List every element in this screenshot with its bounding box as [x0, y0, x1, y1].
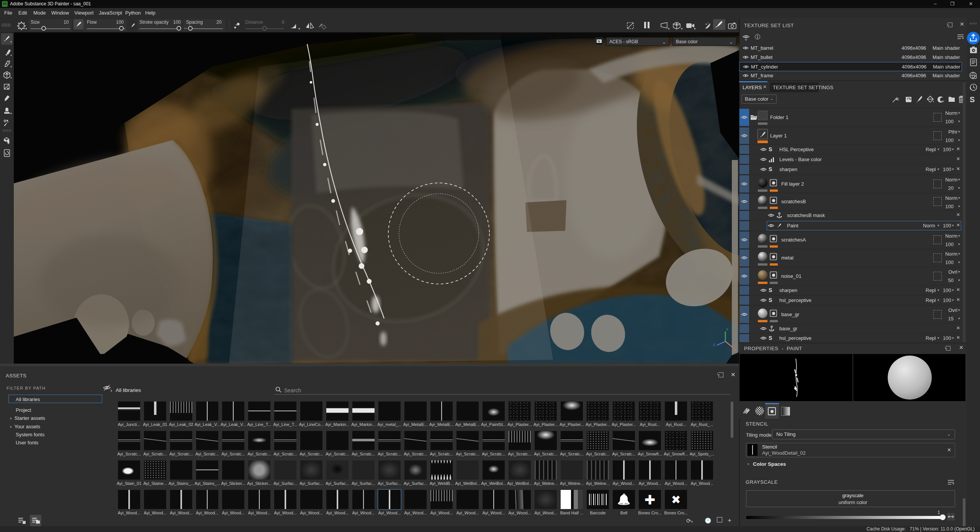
svg-text:Z: Z: [713, 343, 715, 347]
svg-text:Y: Y: [726, 328, 728, 331]
svg-text:X: X: [734, 348, 736, 351]
